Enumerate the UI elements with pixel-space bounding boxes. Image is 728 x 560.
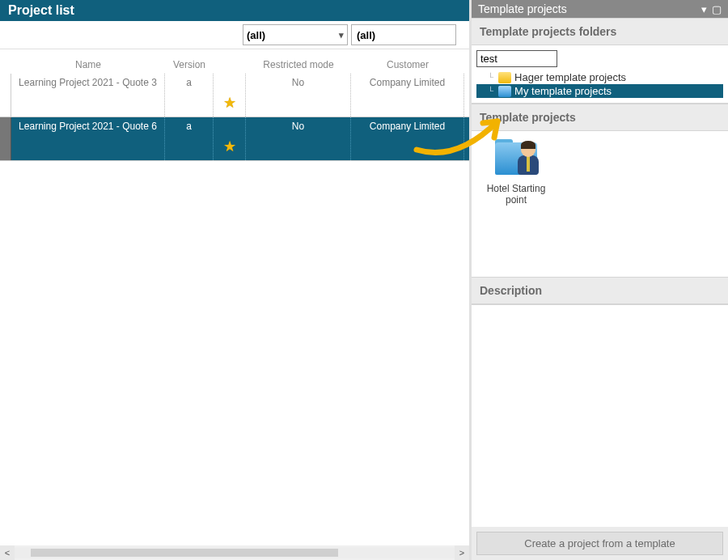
create-project-button[interactable]: Create a project from a template bbox=[476, 532, 723, 555]
projects-section-header: Template projects bbox=[472, 104, 728, 131]
pin-icon[interactable]: ▢ bbox=[712, 3, 722, 15]
folders-section-header: Template projects folders bbox=[472, 18, 728, 45]
cell-restricted: No bbox=[246, 74, 351, 117]
dropdown-icon[interactable]: ▾ bbox=[701, 3, 707, 15]
projects-body: Hotel Starting point bbox=[472, 131, 728, 277]
scroll-thumb[interactable] bbox=[31, 549, 338, 557]
star-icon[interactable]: ★ bbox=[223, 94, 236, 112]
template-project-label: Hotel Starting point bbox=[480, 183, 552, 206]
folder-tree: └ Hager template projects └ My template … bbox=[476, 70, 723, 98]
description-body bbox=[472, 304, 728, 527]
template-panel-titlebar: Template projects ▾ ▢ bbox=[472, 0, 728, 18]
scroll-right-arrow-icon[interactable]: > bbox=[455, 545, 469, 560]
chevron-down-icon: ▾ bbox=[339, 30, 344, 40]
col-header-restricted[interactable]: Restricted mode bbox=[246, 59, 351, 70]
table-row[interactable]: Learning Project 2021 - Quote 6 a ★ No C… bbox=[0, 117, 469, 161]
folders-body: └ Hager template projects └ My template … bbox=[472, 45, 728, 104]
template-panel-title: Template projects bbox=[478, 2, 567, 15]
grid-header: Name Version Restricted mode Customer bbox=[0, 49, 469, 74]
folder-yellow-icon bbox=[498, 72, 511, 83]
cell-customer: Company Limited bbox=[351, 117, 464, 160]
cell-version: a bbox=[165, 117, 214, 160]
folder-blue-icon bbox=[498, 86, 511, 97]
tree-item-my-templates[interactable]: └ My template projects bbox=[476, 84, 723, 98]
scroll-left-arrow-icon[interactable]: < bbox=[0, 545, 15, 560]
horizontal-scrollbar[interactable]: < > bbox=[0, 545, 469, 560]
scroll-track[interactable] bbox=[15, 547, 455, 558]
project-folder-person-icon bbox=[492, 139, 540, 178]
tree-item-label: My template projects bbox=[514, 85, 612, 97]
template-projects-panel: Template projects ▾ ▢ Template projects … bbox=[469, 0, 728, 560]
filter-dropdown-value: (all) bbox=[247, 29, 265, 41]
col-header-name[interactable]: Name bbox=[11, 59, 165, 70]
row-handle[interactable] bbox=[0, 74, 11, 117]
cell-name: Learning Project 2021 - Quote 6 bbox=[11, 117, 165, 160]
table-row[interactable]: Learning Project 2021 - Quote 3 a ★ No C… bbox=[0, 74, 469, 117]
cell-customer: Company Limited bbox=[351, 74, 464, 117]
create-button-row: Create a project from a template bbox=[472, 527, 728, 560]
cell-restricted: No bbox=[246, 117, 351, 160]
cell-version: a bbox=[165, 74, 214, 117]
filter-dropdown[interactable]: (all) ▾ bbox=[243, 24, 348, 45]
project-list-title: Project list bbox=[0, 0, 469, 21]
filter-input[interactable] bbox=[351, 24, 456, 45]
project-list-panel: Project list (all) ▾ Name Version Restri… bbox=[0, 0, 469, 560]
template-project-item[interactable]: Hotel Starting point bbox=[480, 139, 552, 206]
row-handle[interactable] bbox=[0, 117, 11, 160]
folder-search-input[interactable] bbox=[476, 50, 557, 67]
grid-body: Learning Project 2021 - Quote 3 a ★ No C… bbox=[0, 74, 469, 545]
description-section-header: Description bbox=[472, 277, 728, 304]
star-icon[interactable]: ★ bbox=[223, 138, 236, 155]
cell-name: Learning Project 2021 - Quote 3 bbox=[11, 74, 165, 117]
filter-row: (all) ▾ bbox=[0, 21, 469, 49]
col-header-version[interactable]: Version bbox=[165, 59, 214, 70]
tree-item-hager[interactable]: └ Hager template projects bbox=[476, 70, 723, 84]
col-header-customer[interactable]: Customer bbox=[351, 59, 464, 70]
tree-item-label: Hager template projects bbox=[514, 71, 626, 83]
